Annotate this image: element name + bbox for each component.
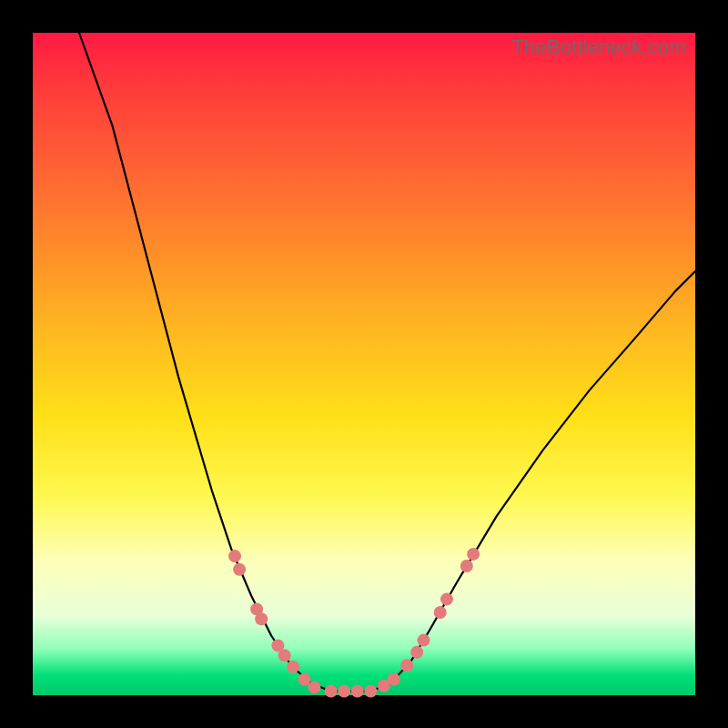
marker-dot [440, 592, 453, 605]
marker-dot [364, 685, 377, 698]
bottleneck-curve [79, 33, 695, 692]
marker-dot [418, 634, 430, 647]
marker-dot [325, 685, 338, 698]
marker-group [228, 548, 480, 698]
marker-dot [351, 685, 364, 698]
marker-dot [308, 681, 320, 693]
chart-container: TheBottleneck.com [0, 0, 728, 728]
marker-dot [278, 649, 291, 662]
marker-dot [467, 548, 480, 561]
plot-area: TheBottleneck.com [33, 33, 695, 695]
marker-dot [233, 563, 246, 576]
marker-dot [410, 646, 423, 659]
marker-dot [434, 606, 447, 619]
marker-dot [388, 673, 400, 686]
chart-svg [33, 33, 695, 695]
marker-dot [298, 673, 311, 686]
marker-dot [228, 550, 241, 562]
marker-dot [400, 659, 413, 672]
marker-dot [338, 685, 350, 698]
marker-dot [287, 661, 299, 673]
marker-dot [255, 612, 268, 625]
marker-dot [460, 560, 473, 572]
